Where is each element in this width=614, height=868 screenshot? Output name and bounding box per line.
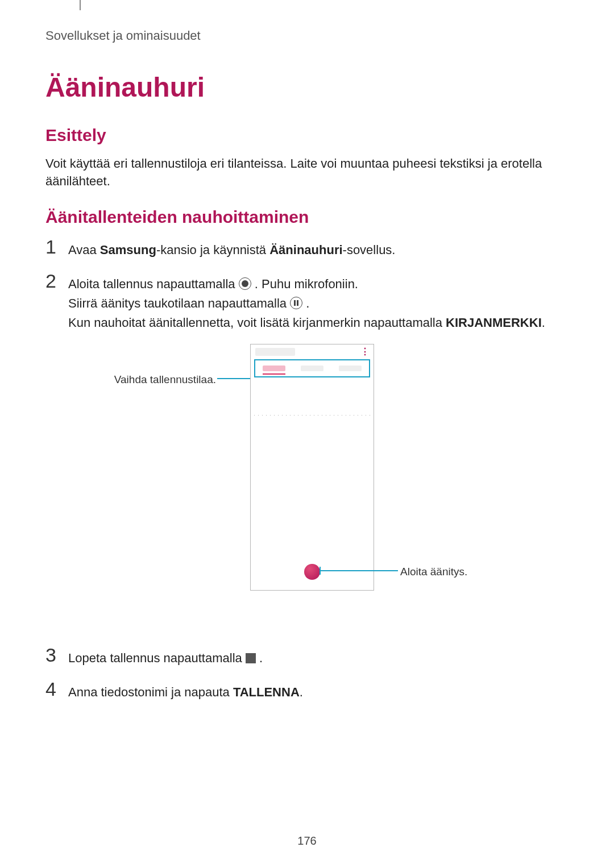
phone-mockup: ⋮ [250,344,374,591]
step-number: 2 [45,271,68,290]
recording-mode-tabs[interactable] [254,359,370,377]
recording-heading: Äänitallenteiden nauhoittaminen [45,207,569,227]
figure: Vaihda tallennustilaa. ⋮ Aloita äänitys. [45,344,569,628]
page: Sovellukset ja ominaisuudet Ääninauhuri … [0,0,614,868]
app-title-placeholder [255,348,295,356]
text: Siirrä äänitys taukotilaan napauttamalla [68,296,290,310]
callout-left: Vaihda tallennustilaa. [102,373,216,386]
intro-heading: Esittely [45,126,569,145]
bold-text: Samsung [100,243,156,257]
step-body: Anna tiedostonimi ja napauta TALLENNA. [68,679,303,702]
step-2: 2 Aloita tallennus napauttamalla . Puhu … [45,271,569,333]
text: . Puhu mikrofoniin. [255,277,358,291]
more-icon[interactable]: ⋮ [360,347,369,356]
text: . [259,651,263,665]
callout-left-line [217,378,254,379]
breadcrumb: Sovellukset ja ominaisuudet [45,28,569,43]
callout-right-line [321,570,398,571]
intro-body: Voit käyttää eri tallennustiloja eri til… [45,155,569,190]
timeline-ruler [251,412,374,420]
bold-text: TALLENNA [233,685,300,699]
step-body: Avaa Samsung-kansio ja käynnistä Ääninau… [68,237,395,260]
step-number: 4 [45,679,68,699]
step-4: 4 Anna tiedostonimi ja napauta TALLENNA. [45,679,569,702]
callout-right: Aloita äänitys. [400,566,467,578]
bold-text: KIRJANMERKKI [446,315,542,330]
steps-list-cont: 3 Lopeta tallennus napauttamalla . 4 Ann… [45,645,569,702]
tab-item[interactable] [339,366,362,371]
text: . [300,685,303,699]
top-rule [80,0,81,10]
step-number: 1 [45,237,68,256]
bold-text: Ääninauhuri [269,243,342,257]
text: Kun nauhoitat äänitallennetta, voit lisä… [68,315,446,330]
tab-item[interactable] [301,366,323,371]
step-number: 3 [45,645,68,665]
record-button[interactable] [304,564,320,580]
text: . [542,315,545,330]
phone-title-bar: ⋮ [251,344,374,359]
record-icon [239,277,251,290]
step-1: 1 Avaa Samsung-kansio ja käynnistä Äänin… [45,237,569,260]
text: Avaa [68,243,100,257]
page-number: 176 [0,834,614,848]
page-title: Ääninauhuri [45,72,569,103]
text: Anna tiedostonimi ja napauta [68,685,233,699]
step-body: Lopeta tallennus napauttamalla . [68,645,263,668]
text: -sovellus. [343,243,396,257]
pause-icon [290,297,302,309]
step-body: Aloita tallennus napauttamalla . Puhu mi… [68,271,545,333]
text: . [306,296,309,310]
text: Aloita tallennus napauttamalla [68,277,239,291]
stop-icon [246,653,256,663]
text: -kansio ja käynnistä [156,243,269,257]
step-3: 3 Lopeta tallennus napauttamalla . [45,645,569,668]
steps-list: 1 Avaa Samsung-kansio ja käynnistä Äänin… [45,237,569,333]
tab-selected[interactable] [263,366,285,371]
text: Lopeta tallennus napauttamalla [68,651,246,665]
